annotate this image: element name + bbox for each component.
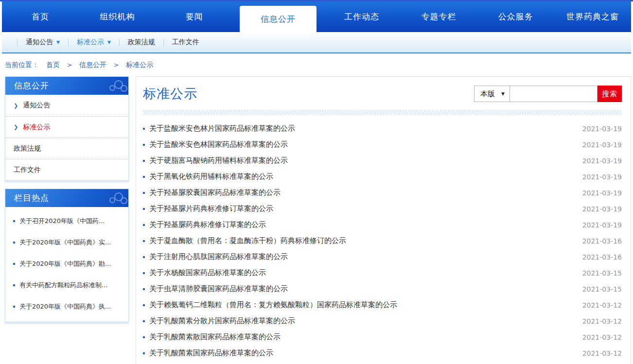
nav-item-5[interactable]: 工作动态 [323, 1, 400, 32]
nav-item-8[interactable]: 世界药典之窗 [554, 1, 631, 32]
list-item[interactable]: 关于羟基脲药典标准修订草案的公示2021-03-19 [143, 217, 622, 233]
list-item[interactable]: 关于水杨酸国家药品标准草案的公示2021-03-15 [143, 265, 622, 281]
subnav-item-3[interactable]: 政策法规 [128, 38, 155, 47]
chevron-down-icon: ▼ [56, 40, 60, 45]
list-item[interactable]: 关于黑氧化铁药用辅料标准草案的公示2021-03-19 [143, 169, 622, 185]
hot-item-5[interactable]: 关于2020年版《中国药典》执... [5, 296, 128, 317]
announcement-title: 关于赖氨葡钙二维颗粒（曾用名：复方赖氨酸颗粒）国家药品标准草案的公示 [149, 300, 397, 310]
chevron-down-icon: ▼ [501, 92, 505, 96]
list-item[interactable]: 关于羟基脲胶囊国家药品标准草案的公示2021-03-19 [143, 185, 622, 201]
subnav-item-1[interactable]: 通知公告▼ [26, 38, 60, 47]
chevron-down-icon: ▼ [107, 40, 111, 45]
announcement-date: 2021-03-19 [582, 141, 622, 149]
announcement-list: 关于盐酸米安色林片国家药品标准草案的公示2021-03-19关于盐酸米安色林国家… [143, 121, 622, 361]
sidebar-item-label: 通知公告 [23, 101, 50, 110]
announcement-date: 2021-03-12 [582, 333, 622, 341]
bullet-icon [143, 320, 145, 322]
list-item[interactable]: 关于乳酸菌素散国家药品标准草案的公示2021-03-12 [143, 329, 622, 345]
announcement-title: 关于羟基脲片药典标准修订草案的公示 [149, 204, 273, 213]
breadcrumb-link-1[interactable]: 首页 [46, 61, 60, 69]
list-item[interactable]: 关于赖氨葡钙二维颗粒（曾用名：复方赖氨酸颗粒）国家药品标准草案的公示2021-0… [143, 297, 622, 313]
subnav-item-4[interactable]: 工作文件 [172, 38, 199, 47]
hot-item-label: 有关中药配方颗粒药品标准制... [19, 279, 107, 292]
bullet-icon [143, 304, 145, 306]
bullet-icon [143, 128, 145, 130]
announcement-title: 关于羟基脲胶囊国家药品标准草案的公示 [149, 188, 281, 197]
announcement-date: 2021-03-16 [582, 253, 622, 261]
list-item[interactable]: 关于硬脂富马酸钠药用辅料标准草案的公示2021-03-19 [143, 153, 622, 169]
bullet-icon [143, 224, 145, 226]
cloud-decoration-icon [99, 191, 127, 206]
list-item[interactable]: 关于凝血酶散（曾用名：凝血酶冻干粉）药典标准修订的公示2021-03-16 [143, 233, 622, 249]
announcement-title: 关于乳酸菌素分散片国家药品标准草案的公示 [149, 316, 295, 326]
hot-item-1[interactable]: 关于召开2020年版《中国药... [5, 210, 128, 232]
sidebar-item-4[interactable]: 工作文件 [5, 159, 128, 180]
breadcrumb-separator: > [67, 62, 72, 69]
subnav-item-2[interactable]: 标准公示▼ [77, 38, 111, 47]
bullet-icon [143, 288, 145, 290]
hot-item-label: 关于2020年版《中国药典》实... [19, 236, 111, 249]
announcement-title: 关于虫草清肺胶囊国家药品标准草案的公示 [149, 284, 288, 294]
search-input[interactable] [510, 86, 598, 102]
announcement-title: 关于硬脂富马酸钠药用辅料标准草案的公示 [149, 156, 288, 165]
announcement-date: 2021-03-19 [582, 173, 622, 181]
sidebar-item-2[interactable]: ❯标准公示 [5, 116, 128, 138]
subnav-item-label: 政策法规 [128, 38, 155, 47]
subnav-item-label: 工作文件 [172, 38, 199, 47]
list-item[interactable]: 关于盐酸米安色林国家药品标准草案的公示2021-03-19 [143, 137, 622, 153]
bullet-icon [143, 256, 145, 258]
breadcrumb-link-2[interactable]: 信息公开 [79, 61, 106, 69]
hot-item-label: 关于2020年版《中国药典》勘... [19, 258, 111, 270]
announcement-date: 2021-03-15 [582, 269, 622, 277]
list-item[interactable]: 关于虫草清肺胶囊国家药品标准草案的公示2021-03-15 [143, 281, 622, 297]
arrow-right-icon: ❯ [14, 124, 18, 130]
sidebar-section-hot: 栏目热点 关于召开2020年版《中国药...关于2020年版《中国药典》实...… [5, 189, 129, 322]
announcement-date: 2021-03-19 [582, 157, 622, 165]
search-scope-select[interactable]: 本版 ▼ [474, 86, 510, 102]
subnav-separator [68, 39, 69, 46]
breadcrumb-link-3[interactable]: 标准公示 [126, 61, 153, 69]
main-nav: 首页组织机构要闻信息公开工作动态专题专栏公众服务世界药典之窗 [2, 1, 631, 32]
nav-item-2[interactable]: 组织机构 [79, 1, 156, 32]
announcement-title: 关于凝血酶散（曾用名：凝血酶冻干粉）药典标准修订的公示 [149, 236, 346, 245]
sidebar-item-label: 政策法规 [14, 144, 41, 153]
bullet-icon [143, 336, 145, 338]
sidebar: 信息公开 ❯通知公告❯标准公示政策法规工作文件 栏目热点 关于召开2020年版《… [5, 76, 129, 330]
announcement-date: 2021-03-19 [582, 189, 622, 197]
nav-item-1[interactable]: 首页 [2, 1, 79, 32]
sidebar-item-label: 标准公示 [23, 123, 50, 132]
hot-item-4[interactable]: 有关中药配方颗粒药品标准制... [5, 275, 128, 296]
nav-item-6[interactable]: 专题专栏 [400, 1, 477, 32]
sidebar-item-1[interactable]: ❯通知公告 [5, 95, 128, 116]
announcement-title: 关于盐酸米安色林片国家药品标准草案的公示 [149, 124, 295, 133]
list-item[interactable]: 关于盐酸米安色林片国家药品标准草案的公示2021-03-19 [143, 121, 622, 137]
breadcrumb-label: 当前位置： [5, 61, 39, 69]
breadcrumb: 当前位置： 首页>信息公开>标准公示 [0, 53, 633, 76]
announcement-date: 2021-03-19 [582, 221, 622, 229]
search-button[interactable]: 搜索 [598, 86, 622, 102]
sidebar-item-3[interactable]: 政策法规 [5, 138, 128, 159]
nav-item-4[interactable]: 信息公开 [240, 6, 316, 32]
list-item[interactable]: 关于注射用心肌肽国家药品标准草案的公示2021-03-16 [143, 249, 622, 265]
list-item[interactable]: 关于乳酸菌素国家药品标准草案的公示2021-03-12 [143, 345, 622, 361]
breadcrumb-separator: > [114, 62, 119, 69]
announcement-date: 2021-03-19 [582, 125, 622, 133]
announcement-date: 2021-03-12 [582, 317, 622, 325]
cloud-decoration-icon [99, 79, 127, 93]
sidebar-item-label: 工作文件 [14, 166, 41, 174]
hot-item-2[interactable]: 关于2020年版《中国药典》实... [5, 232, 128, 253]
nav-item-7[interactable]: 公众服务 [477, 1, 554, 32]
nav-item-3[interactable]: 要闻 [156, 1, 233, 32]
subnav-separator [119, 39, 120, 46]
announcement-title: 关于羟基脲药典标准修订草案的公示 [149, 220, 266, 229]
announcement-date: 2021-03-15 [582, 285, 622, 293]
list-item[interactable]: 关于乳酸菌素分散片国家药品标准草案的公示2021-03-12 [143, 313, 622, 329]
bullet-icon [143, 192, 145, 194]
sidebar-info-header: 信息公开 [5, 77, 128, 95]
bullet-icon [143, 176, 145, 178]
bullet-icon [143, 240, 145, 242]
main-panel: 标准公示 本版 ▼ 搜索 关于盐酸米安色林片国家药品标准草案的公示2021-03… [136, 76, 631, 364]
list-item[interactable]: 关于羟基脲片药典标准修订草案的公示2021-03-19 [143, 201, 622, 217]
bullet-icon [143, 144, 145, 146]
hot-item-3[interactable]: 关于2020年版《中国药典》勘... [5, 253, 128, 275]
